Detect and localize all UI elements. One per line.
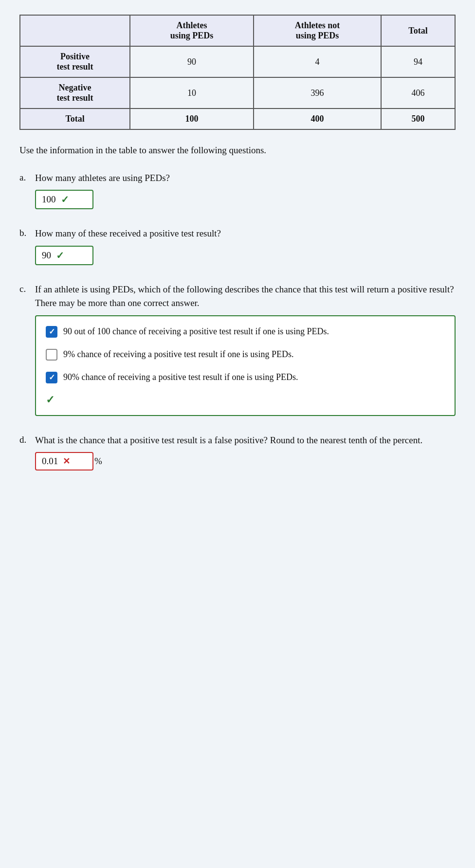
table-cell-positive-using: 90 — [130, 46, 254, 77]
check-icon-a: ✓ — [61, 194, 69, 205]
question-c: c. If an athlete is using PEDs, which of… — [19, 283, 456, 416]
question-b-answer-box[interactable]: 90 ✓ — [35, 246, 93, 265]
question-a-label: a. — [19, 171, 35, 183]
question-b-content: How many of these received a positive te… — [35, 227, 456, 265]
question-c-label: c. — [19, 283, 35, 294]
table-cell-total-total: 500 — [381, 108, 455, 129]
checkbox-3[interactable] — [46, 372, 57, 383]
question-d: d. What is the chance that a positive te… — [19, 434, 456, 471]
percent-sign-d: % — [94, 456, 102, 467]
data-table: Athletesusing PEDs Athletes notusing PED… — [19, 15, 456, 130]
question-c-checkbox-group: 90 out of 100 chance of receiving a posi… — [35, 315, 456, 416]
table-row-totals: Total 100 400 500 — [20, 108, 455, 129]
page-container: Athletesusing PEDs Athletes notusing PED… — [19, 15, 456, 470]
table-cell-negative-using: 10 — [130, 77, 254, 108]
instructions-text: Use the information in the table to answ… — [19, 144, 456, 158]
table-row-positive: Positivetest result 90 4 94 — [20, 46, 455, 77]
question-a: a. How many athletes are using PEDs? 100… — [19, 171, 456, 210]
table-cell-total-label: Total — [20, 108, 130, 129]
checkbox-1[interactable] — [46, 326, 57, 338]
question-a-text: How many athletes are using PEDs? — [35, 171, 456, 185]
table-header-total: Total — [381, 15, 455, 46]
table-cell-total-not-using: 400 — [254, 108, 381, 129]
checkbox-item-2[interactable]: 9% chance of receiving a positive test r… — [46, 348, 445, 361]
question-b-answer-value: 90 — [42, 250, 51, 261]
table-cell-negative-not-using: 396 — [254, 77, 381, 108]
table-cell-positive-total: 94 — [381, 46, 455, 77]
question-a-content: How many athletes are using PEDs? 100 ✓ — [35, 171, 456, 210]
question-b-label: b. — [19, 227, 35, 238]
question-c-text: If an athlete is using PEDs, which of th… — [35, 283, 456, 310]
group-check-icon: ✓ — [46, 394, 445, 406]
cross-icon-d: ✕ — [63, 456, 70, 467]
question-d-answer-wrapper: 0.01 ✕ % — [35, 452, 102, 470]
checkbox-2[interactable] — [46, 349, 57, 361]
checkbox-item-3[interactable]: 90% chance of receiving a positive test … — [46, 371, 445, 384]
question-d-text: What is the chance that a positive test … — [35, 434, 456, 448]
table-cell-total-using: 100 — [130, 108, 254, 129]
question-d-content: What is the chance that a positive test … — [35, 434, 456, 471]
table-header-not-using-peds: Athletes notusing PEDs — [254, 15, 381, 46]
question-d-label: d. — [19, 434, 35, 445]
table-cell-negative-total: 406 — [381, 77, 455, 108]
table-cell-negative-label: Negativetest result — [20, 77, 130, 108]
checkbox-label-1: 90 out of 100 chance of receiving a posi… — [63, 325, 329, 338]
table-cell-positive-not-using: 4 — [254, 46, 381, 77]
table-cell-positive-label: Positivetest result — [20, 46, 130, 77]
checkbox-label-3: 90% chance of receiving a positive test … — [63, 371, 298, 384]
question-d-answer-box[interactable]: 0.01 ✕ — [35, 452, 93, 470]
question-a-answer-value: 100 — [42, 194, 56, 205]
checkbox-item-1[interactable]: 90 out of 100 chance of receiving a posi… — [46, 325, 445, 338]
question-c-content: If an athlete is using PEDs, which of th… — [35, 283, 456, 416]
table-header-empty — [20, 15, 130, 46]
question-b: b. How many of these received a positive… — [19, 227, 456, 265]
question-d-answer-value: 0.01 — [42, 456, 58, 467]
question-a-answer-box[interactable]: 100 ✓ — [35, 190, 93, 209]
table-row-negative: Negativetest result 10 396 406 — [20, 77, 455, 108]
table-header-using-peds: Athletesusing PEDs — [130, 15, 254, 46]
question-b-text: How many of these received a positive te… — [35, 227, 456, 241]
checkbox-label-2: 9% chance of receiving a positive test r… — [63, 348, 293, 361]
questions-list: a. How many athletes are using PEDs? 100… — [19, 171, 456, 471]
check-icon-b: ✓ — [56, 250, 64, 261]
